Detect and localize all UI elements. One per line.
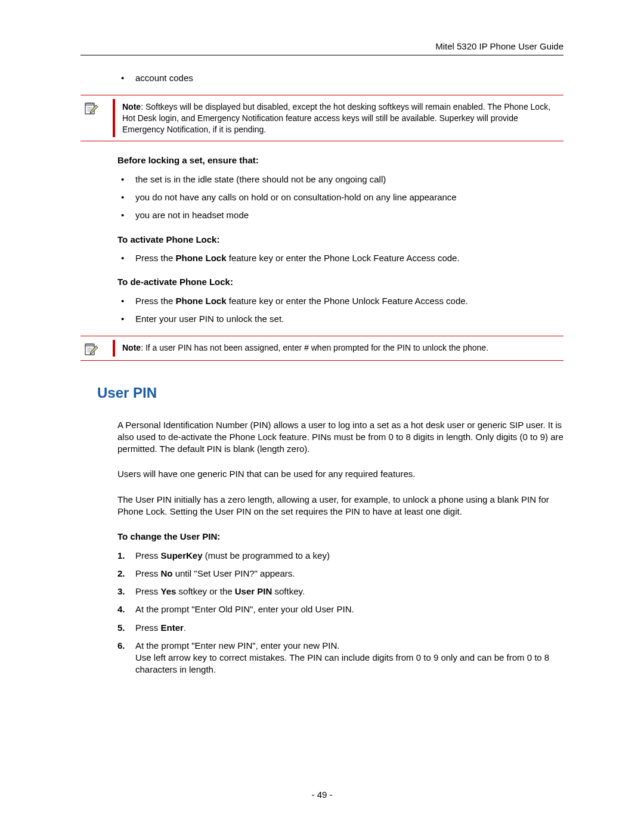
text: Press bbox=[135, 586, 161, 596]
note-body: : Softkeys will be displayed but disable… bbox=[122, 102, 550, 134]
text: feature key or enter the Phone Unlock Fe… bbox=[227, 296, 468, 306]
text: Press the bbox=[135, 296, 176, 306]
section-title: User PIN bbox=[97, 383, 564, 402]
text: Press bbox=[135, 623, 161, 633]
step-item: At the prompt "Enter new PIN", enter you… bbox=[117, 640, 564, 676]
text: . bbox=[184, 623, 186, 633]
bold-text: No bbox=[161, 568, 173, 578]
note-icon bbox=[80, 99, 113, 138]
sub-heading: To change the User PIN: bbox=[117, 531, 564, 543]
sub-heading: To activate Phone Lock: bbox=[117, 234, 564, 246]
step-item: At the prompt "Enter Old PIN", enter you… bbox=[117, 603, 564, 615]
header-title: Mitel 5320 IP Phone User Guide bbox=[80, 41, 564, 52]
text: feature key or enter the Phone Lock Feat… bbox=[227, 253, 460, 263]
paragraph: Users will have one generic PIN that can… bbox=[117, 468, 564, 480]
document-page: Mitel 5320 IP Phone User Guide account c… bbox=[0, 0, 644, 833]
sub-heading: Before locking a set, ensure that: bbox=[117, 154, 564, 166]
bullet-list: Press the Phone Lock feature key or ente… bbox=[117, 295, 564, 326]
list-item: Press the Phone Lock feature key or ente… bbox=[117, 252, 564, 264]
text: Press bbox=[135, 568, 161, 578]
bold-text: User PIN bbox=[235, 586, 273, 596]
page-number: - 49 - bbox=[0, 789, 644, 801]
note-prefix: Note bbox=[122, 102, 141, 112]
list-item: Press the Phone Lock feature key or ente… bbox=[117, 295, 564, 307]
bold-text: SuperKey bbox=[161, 550, 203, 561]
sub-heading: To de-activate Phone Lock: bbox=[117, 276, 564, 288]
text: Use left arrow key to correct mistakes. … bbox=[135, 652, 549, 674]
note-text: Note: Softkeys will be displayed but dis… bbox=[115, 99, 564, 138]
text: At the prompt "Enter new PIN", enter you… bbox=[135, 640, 339, 651]
text: Press bbox=[135, 550, 161, 561]
list-item: the set is in the idle state (there shou… bbox=[117, 174, 564, 185]
text: (must be programmed to a key) bbox=[203, 550, 330, 561]
paragraph: The User PIN initially has a zero length… bbox=[117, 494, 564, 518]
list-item: account codes bbox=[117, 72, 564, 84]
notepad-pencil-icon bbox=[84, 101, 98, 116]
bold-text: Phone Lock bbox=[176, 296, 227, 306]
text: Press the bbox=[135, 253, 176, 263]
bullet-list: Press the Phone Lock feature key or ente… bbox=[117, 252, 564, 264]
list-item: you do not have any calls on hold or on … bbox=[117, 191, 564, 203]
paragraph: A Personal Identification Number (PIN) a… bbox=[117, 419, 564, 456]
note-icon bbox=[80, 340, 113, 357]
note-prefix: Note bbox=[122, 343, 141, 352]
header-rule: Mitel 5320 IP Phone User Guide bbox=[80, 41, 564, 55]
step-item: Press SuperKey (must be programmed to a … bbox=[117, 550, 564, 562]
page-content: account codes Note: Softk bbox=[117, 72, 564, 676]
list-item: Enter your user PIN to unlock the set. bbox=[117, 313, 564, 325]
notepad-pencil-icon bbox=[84, 342, 98, 357]
list-item: you are not in headset mode bbox=[117, 209, 564, 221]
bullet-list-top: account codes bbox=[117, 72, 564, 84]
step-item: Press No until "Set User PIN?" appears. bbox=[117, 568, 564, 580]
text: until "Set User PIN?" appears. bbox=[173, 568, 295, 578]
text: softkey. bbox=[272, 586, 305, 596]
note-box: Note: Softkeys will be displayed but dis… bbox=[80, 95, 564, 142]
note-text: Note: If a user PIN has not been assigne… bbox=[115, 340, 493, 357]
note-box: Note: If a user PIN has not been assigne… bbox=[80, 336, 564, 361]
bold-text: Enter bbox=[161, 623, 184, 633]
bold-text: Phone Lock bbox=[176, 253, 227, 263]
step-item: Press Yes softkey or the User PIN softke… bbox=[117, 586, 564, 597]
bullet-list: the set is in the idle state (there shou… bbox=[117, 174, 564, 222]
ordered-steps: Press SuperKey (must be programmed to a … bbox=[117, 550, 564, 676]
text: softkey or the bbox=[176, 586, 234, 596]
step-item: Press Enter. bbox=[117, 622, 564, 634]
bold-text: Yes bbox=[161, 586, 177, 596]
note-body: : If a user PIN has not been assigned, e… bbox=[141, 343, 488, 352]
